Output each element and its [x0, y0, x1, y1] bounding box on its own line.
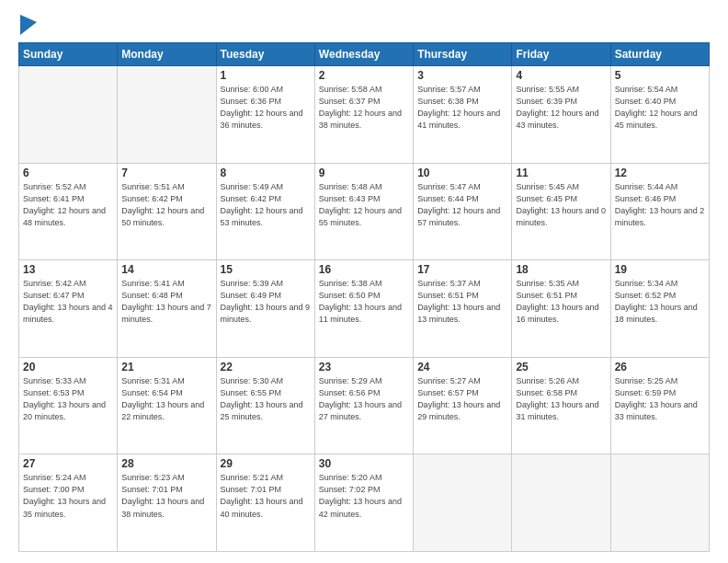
calendar-cell: 13Sunrise: 5:42 AMSunset: 6:47 PMDayligh…: [19, 260, 118, 358]
day-info: Sunrise: 5:38 AMSunset: 6:50 PMDaylight:…: [319, 278, 409, 326]
day-info: Sunrise: 5:51 AMSunset: 6:42 PMDaylight:…: [121, 181, 211, 229]
calendar-cell: 10Sunrise: 5:47 AMSunset: 6:44 PMDayligh…: [414, 163, 512, 260]
calendar-cell: 1Sunrise: 6:00 AMSunset: 6:36 PMDaylight…: [216, 66, 314, 164]
weekday-header-sunday: Sunday: [19, 43, 118, 66]
calendar-cell: [118, 66, 216, 164]
day-number: 5: [615, 69, 705, 82]
day-info: Sunrise: 5:58 AMSunset: 6:37 PMDaylight:…: [319, 84, 409, 132]
calendar-cell: 28Sunrise: 5:23 AMSunset: 7:01 PMDayligh…: [118, 454, 216, 552]
day-number: 25: [516, 361, 606, 373]
weekday-header-thursday: Thursday: [414, 43, 512, 66]
day-info: Sunrise: 5:39 AMSunset: 6:49 PMDaylight:…: [221, 278, 311, 326]
calendar-cell: [512, 454, 610, 552]
day-info: Sunrise: 5:33 AMSunset: 6:53 PMDaylight:…: [23, 375, 113, 423]
day-info: Sunrise: 5:31 AMSunset: 6:54 PMDaylight:…: [121, 375, 211, 423]
logo: [18, 17, 37, 35]
day-number: 12: [615, 167, 705, 179]
calendar-cell: 12Sunrise: 5:44 AMSunset: 6:46 PMDayligh…: [610, 163, 709, 260]
day-info: Sunrise: 5:49 AMSunset: 6:42 PMDaylight:…: [221, 181, 311, 229]
calendar-week-row: 20Sunrise: 5:33 AMSunset: 6:53 PMDayligh…: [19, 357, 710, 454]
day-number: 14: [121, 263, 211, 276]
day-number: 3: [417, 69, 507, 82]
day-info: Sunrise: 5:52 AMSunset: 6:41 PMDaylight:…: [23, 181, 113, 229]
day-number: 16: [319, 263, 409, 276]
calendar-cell: [19, 66, 118, 164]
day-info: Sunrise: 5:45 AMSunset: 6:45 PMDaylight:…: [516, 181, 606, 229]
calendar-cell: [610, 454, 709, 552]
calendar-cell: 5Sunrise: 5:54 AMSunset: 6:40 PMDaylight…: [610, 66, 709, 164]
day-number: 22: [221, 361, 311, 373]
day-number: 24: [417, 361, 507, 373]
day-info: Sunrise: 6:00 AMSunset: 6:36 PMDaylight:…: [221, 84, 311, 132]
calendar-cell: 9Sunrise: 5:48 AMSunset: 6:43 PMDaylight…: [314, 163, 413, 260]
day-number: 7: [121, 167, 211, 179]
calendar-cell: 3Sunrise: 5:57 AMSunset: 6:38 PMDaylight…: [414, 66, 512, 164]
svg-marker-0: [20, 15, 37, 35]
day-number: 19: [615, 263, 705, 276]
day-info: Sunrise: 5:26 AMSunset: 6:58 PMDaylight:…: [516, 375, 606, 423]
day-number: 21: [121, 361, 211, 373]
calendar-cell: 23Sunrise: 5:29 AMSunset: 6:56 PMDayligh…: [314, 357, 413, 454]
header: [18, 17, 710, 35]
day-info: Sunrise: 5:21 AMSunset: 7:01 PMDaylight:…: [221, 472, 311, 520]
day-number: 17: [417, 263, 507, 276]
calendar-week-row: 27Sunrise: 5:24 AMSunset: 7:00 PMDayligh…: [19, 454, 710, 552]
day-number: 10: [417, 167, 507, 179]
calendar-cell: 8Sunrise: 5:49 AMSunset: 6:42 PMDaylight…: [216, 163, 314, 260]
calendar-cell: 2Sunrise: 5:58 AMSunset: 6:37 PMDaylight…: [314, 66, 413, 164]
calendar-cell: 11Sunrise: 5:45 AMSunset: 6:45 PMDayligh…: [512, 163, 610, 260]
day-info: Sunrise: 5:27 AMSunset: 6:57 PMDaylight:…: [417, 375, 507, 423]
calendar-cell: 4Sunrise: 5:55 AMSunset: 6:39 PMDaylight…: [512, 66, 610, 164]
calendar-cell: [414, 454, 512, 552]
day-number: 13: [23, 263, 113, 276]
calendar-cell: 18Sunrise: 5:35 AMSunset: 6:51 PMDayligh…: [512, 260, 610, 358]
weekday-header-monday: Monday: [118, 43, 216, 66]
weekday-header-tuesday: Tuesday: [216, 43, 314, 66]
calendar-cell: 22Sunrise: 5:30 AMSunset: 6:55 PMDayligh…: [216, 357, 314, 454]
calendar-cell: 19Sunrise: 5:34 AMSunset: 6:52 PMDayligh…: [610, 260, 709, 358]
day-info: Sunrise: 5:24 AMSunset: 7:00 PMDaylight:…: [23, 472, 113, 520]
day-info: Sunrise: 5:54 AMSunset: 6:40 PMDaylight:…: [615, 84, 705, 132]
day-number: 27: [23, 457, 113, 470]
calendar-cell: 25Sunrise: 5:26 AMSunset: 6:58 PMDayligh…: [512, 357, 610, 454]
day-number: 15: [221, 263, 311, 276]
weekday-header-wednesday: Wednesday: [314, 43, 413, 66]
day-number: 23: [319, 361, 409, 373]
day-info: Sunrise: 5:47 AMSunset: 6:44 PMDaylight:…: [417, 181, 507, 229]
day-info: Sunrise: 5:25 AMSunset: 6:59 PMDaylight:…: [615, 375, 705, 423]
day-info: Sunrise: 5:42 AMSunset: 6:47 PMDaylight:…: [23, 278, 113, 326]
day-info: Sunrise: 5:20 AMSunset: 7:02 PMDaylight:…: [319, 472, 409, 520]
calendar-cell: 16Sunrise: 5:38 AMSunset: 6:50 PMDayligh…: [314, 260, 413, 358]
day-number: 29: [221, 457, 311, 470]
day-number: 20: [23, 361, 113, 373]
day-info: Sunrise: 5:30 AMSunset: 6:55 PMDaylight:…: [221, 375, 311, 423]
day-info: Sunrise: 5:34 AMSunset: 6:52 PMDaylight:…: [615, 278, 705, 326]
day-number: 8: [221, 167, 311, 179]
calendar-cell: 14Sunrise: 5:41 AMSunset: 6:48 PMDayligh…: [118, 260, 216, 358]
day-number: 28: [121, 457, 211, 470]
day-number: 26: [615, 361, 705, 373]
day-number: 2: [319, 69, 409, 82]
day-info: Sunrise: 5:55 AMSunset: 6:39 PMDaylight:…: [516, 84, 606, 132]
calendar-cell: 20Sunrise: 5:33 AMSunset: 6:53 PMDayligh…: [19, 357, 118, 454]
calendar-cell: 7Sunrise: 5:51 AMSunset: 6:42 PMDaylight…: [118, 163, 216, 260]
day-number: 9: [319, 167, 409, 179]
calendar-cell: 26Sunrise: 5:25 AMSunset: 6:59 PMDayligh…: [610, 357, 709, 454]
calendar-table: SundayMondayTuesdayWednesdayThursdayFrid…: [18, 42, 710, 552]
day-number: 1: [221, 69, 311, 82]
calendar-week-row: 1Sunrise: 6:00 AMSunset: 6:36 PMDaylight…: [19, 66, 710, 164]
day-info: Sunrise: 5:57 AMSunset: 6:38 PMDaylight:…: [417, 84, 507, 132]
day-info: Sunrise: 5:35 AMSunset: 6:51 PMDaylight:…: [516, 278, 606, 326]
day-number: 4: [516, 69, 606, 82]
day-info: Sunrise: 5:37 AMSunset: 6:51 PMDaylight:…: [417, 278, 507, 326]
calendar-week-row: 6Sunrise: 5:52 AMSunset: 6:41 PMDaylight…: [19, 163, 710, 260]
calendar-cell: 17Sunrise: 5:37 AMSunset: 6:51 PMDayligh…: [414, 260, 512, 358]
page: SundayMondayTuesdayWednesdayThursdayFrid…: [0, 0, 728, 563]
calendar-cell: 29Sunrise: 5:21 AMSunset: 7:01 PMDayligh…: [216, 454, 314, 552]
calendar-cell: 15Sunrise: 5:39 AMSunset: 6:49 PMDayligh…: [216, 260, 314, 358]
weekday-header-friday: Friday: [512, 43, 610, 66]
calendar-cell: 21Sunrise: 5:31 AMSunset: 6:54 PMDayligh…: [118, 357, 216, 454]
calendar-cell: 27Sunrise: 5:24 AMSunset: 7:00 PMDayligh…: [19, 454, 118, 552]
calendar-week-row: 13Sunrise: 5:42 AMSunset: 6:47 PMDayligh…: [19, 260, 710, 358]
day-info: Sunrise: 5:48 AMSunset: 6:43 PMDaylight:…: [319, 181, 409, 229]
